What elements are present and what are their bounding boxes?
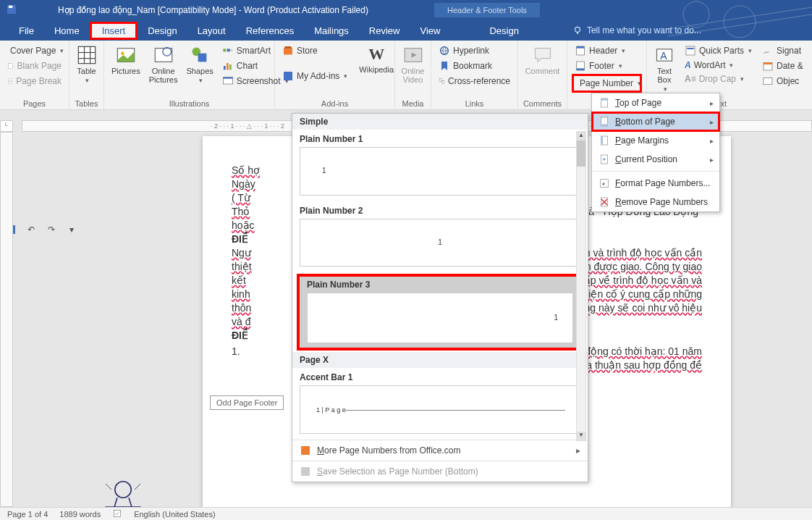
tab-design[interactable]: Design [138, 22, 187, 40]
tab-mailings[interactable]: Mailings [304, 22, 359, 40]
online-pictures-button[interactable]: Online Pictures [146, 43, 181, 88]
wordart-button[interactable]: AWordArt▾ [682, 59, 755, 72]
ruler-vertical[interactable] [0, 132, 13, 507]
svg-rect-47 [764, 77, 772, 84]
menu-current-position[interactable]: #Current Position▸ [592, 150, 719, 169]
group-links-label: Links [436, 98, 513, 108]
menu-bottom-of-page[interactable]: Bottom of Page▸ [592, 112, 719, 131]
tab-review[interactable]: Review [359, 22, 410, 40]
store-button[interactable]: Store [279, 43, 350, 58]
menu-top-of-page[interactable]: TTop of Pageop of Page▸ [592, 93, 719, 112]
comment-button[interactable]: Comment [523, 43, 562, 77]
svg-text:A: A [660, 50, 667, 62]
tab-hf-design[interactable]: Design [479, 22, 528, 40]
page-break-button[interactable]: Page Break [4, 74, 64, 88]
gallery-item-pn3[interactable]: 1 [307, 293, 573, 343]
svg-rect-5 [577, 32, 578, 33]
group-addins-label: Add-ins [279, 98, 390, 108]
drop-cap-button[interactable]: A≡Drop Cap▾ [682, 72, 755, 85]
svg-rect-44 [687, 48, 693, 49]
hyperlink-button[interactable]: Hyperlink [436, 43, 513, 58]
header-button[interactable]: Header▾ [572, 43, 642, 58]
svg-rect-9 [8, 79, 12, 81]
qat-redo-icon[interactable]: ↷ [45, 223, 58, 236]
menu-format-page-numbers[interactable]: #Format Page Numbers... [592, 174, 719, 193]
tab-insert[interactable]: Insert [90, 22, 138, 40]
svg-rect-30 [284, 72, 292, 80]
gallery-item-pn2[interactable]: 1 [300, 219, 580, 267]
status-page[interactable]: Page 1 of 4 [7, 510, 48, 519]
gallery-item-ab1-title: Accent Bar 1 [292, 368, 588, 384]
tab-references[interactable]: References [236, 22, 304, 40]
gallery-item-pn2-title: Plain Number 2 [292, 201, 588, 217]
group-illustrations: Pictures Online Pictures Shapes▾ SmartAr… [104, 41, 275, 109]
signature-line-button[interactable]: Signat [759, 43, 806, 58]
gallery-item-ab1[interactable]: 1 | P a g e [300, 385, 580, 434]
blank-page-button[interactable]: Blank Page [4, 59, 64, 73]
bookmark-button[interactable]: Bookmark [436, 59, 513, 73]
menu-page-margins[interactable]: Page Margins▸ [592, 131, 719, 150]
quick-parts-button[interactable]: Quick Parts▾ [682, 43, 755, 58]
window-title: Hợp đồng lao động_Nam [Compatibility Mod… [58, 5, 368, 15]
page-number-button[interactable]: #Page Number▾ [572, 74, 642, 93]
wikipedia-button[interactable]: WWikipedia [356, 43, 397, 83]
menu-remove-page-numbers[interactable]: Remove Page Numbers [592, 193, 719, 211]
shapes-button[interactable]: Shapes▾ [183, 43, 216, 88]
gallery-more-office[interactable]: More Page Numbers from Office.com▸ [292, 440, 588, 461]
online-video-button[interactable]: Online Video [399, 43, 426, 85]
svg-rect-52 [601, 98, 607, 101]
svg-rect-65 [301, 467, 310, 476]
status-words[interactable]: 1889 words [59, 510, 101, 519]
qat-customize-icon[interactable]: ▾ [65, 223, 78, 236]
date-time-button[interactable]: Date & [759, 59, 806, 73]
group-tables-label: Tables [74, 98, 99, 108]
gallery-item-pn3-title: Plain Number 3 [300, 277, 580, 291]
gallery-scrollbar[interactable]: ▲ ▼ [576, 131, 586, 441]
svg-point-4 [575, 27, 580, 32]
title-bar: Hợp đồng lao động_Nam [Compatibility Mod… [0, 0, 812, 20]
svg-rect-36 [577, 46, 585, 49]
svg-rect-56 [601, 136, 603, 145]
gallery-item-pn1[interactable]: 1 [300, 147, 580, 196]
svg-rect-10 [8, 81, 12, 83]
group-comments: Comment Comments [518, 41, 567, 109]
cross-reference-button[interactable]: Cross-reference [436, 74, 513, 88]
status-proofing-icon[interactable] [112, 508, 122, 520]
group-illustrations-label: Illustrations [109, 98, 270, 108]
cover-page-button[interactable]: Cover Page▾ [4, 43, 64, 58]
svg-rect-21 [198, 54, 207, 62]
tab-layout[interactable]: Layout [187, 22, 236, 40]
object-button[interactable]: Objec [759, 74, 806, 88]
svg-rect-24 [224, 66, 226, 70]
footer-button[interactable]: Footer▾ [572, 59, 642, 73]
status-language[interactable]: English (United States) [134, 510, 216, 519]
svg-rect-25 [227, 63, 229, 70]
tab-file[interactable]: File [9, 22, 44, 40]
table-button[interactable]: Table▾ [74, 43, 99, 85]
odd-page-footer-tag: Odd Page Footer [210, 395, 284, 410]
svg-rect-3 [9, 5, 12, 7]
contextual-tools-label: Header & Footer Tools [434, 3, 540, 17]
my-addins-button[interactable]: My Add-ins▾ [279, 69, 350, 83]
tab-home[interactable]: Home [44, 22, 90, 40]
svg-rect-46 [764, 62, 772, 64]
gallery-save-selection: Save Selection as Page Number (Bottom) [292, 461, 588, 482]
svg-rect-8 [9, 63, 13, 68]
svg-point-17 [121, 51, 124, 55]
pictures-button[interactable]: Pictures [109, 43, 143, 88]
group-pages-label: Pages [4, 98, 64, 108]
group-pages: Cover Page▾ Blank Page Page Break Pages [0, 41, 69, 109]
svg-rect-54 [601, 124, 607, 126]
group-media-label: Media [399, 98, 426, 108]
text-box-button[interactable]: AText Box▾ [651, 43, 677, 94]
svg-rect-43 [686, 46, 695, 55]
status-bar: Page 1 of 4 1889 words English (United S… [0, 507, 812, 520]
svg-rect-26 [229, 64, 232, 70]
group-links: Hyperlink Bookmark Cross-reference Links [431, 41, 518, 109]
group-addins: Store My Add-ins▾ WWikipedia Add-ins [275, 41, 395, 109]
svg-point-50 [115, 482, 131, 498]
qat-undo-icon[interactable]: ↶ [25, 223, 38, 236]
tab-view[interactable]: View [410, 22, 450, 40]
save-icon[interactable] [6, 4, 17, 17]
svg-rect-28 [223, 77, 232, 79]
